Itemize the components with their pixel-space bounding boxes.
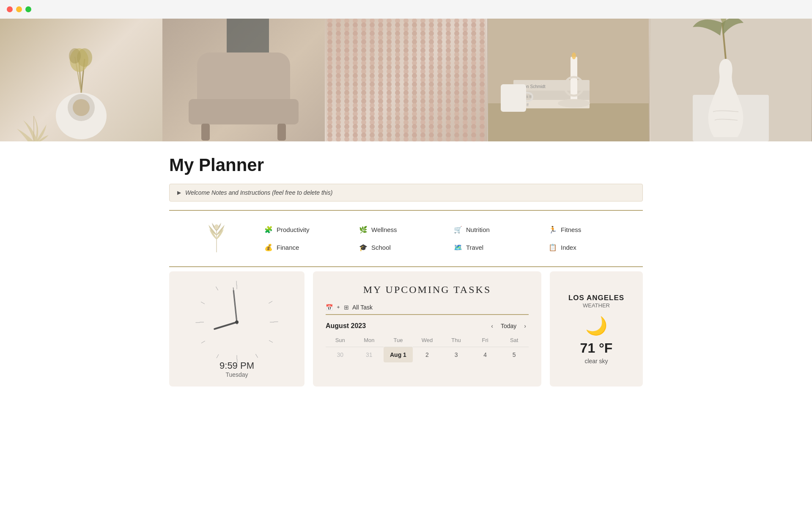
weather-temperature: 71 °F — [580, 340, 613, 356]
day-fri: Fri — [471, 335, 500, 345]
hero-panel-1 — [0, 19, 162, 141]
tasks-widget: MY UPCOMING TASKS 📅 ✦ ⊞ All Task August … — [313, 271, 541, 387]
svg-point-36 — [214, 224, 219, 229]
svg-line-42 — [274, 320, 278, 324]
calendar-today-button[interactable]: Today — [501, 323, 516, 329]
svg-line-52 — [214, 314, 237, 337]
nav-label-travel: Travel — [466, 244, 483, 251]
day-sun: Sun — [326, 335, 355, 345]
day-sat: Sat — [499, 335, 529, 345]
nav-item-school[interactable]: 🎓 School — [359, 240, 453, 255]
welcome-notes-bar[interactable]: ▶ Welcome Notes and Instructions (feel f… — [169, 184, 643, 202]
school-icon: 🎓 — [359, 243, 368, 252]
nav-item-fitness[interactable]: 🏃 Fitness — [548, 223, 643, 237]
calendar-tab-icon[interactable]: 📅 — [326, 304, 333, 311]
svg-line-45 — [235, 359, 239, 363]
cal-cell-5[interactable]: 5 — [499, 347, 529, 362]
maximize-button[interactable] — [25, 6, 31, 12]
nav-label-productivity: Productivity — [277, 226, 310, 233]
sparkle-icon: ✦ — [336, 304, 340, 310]
travel-icon: 🗺️ — [453, 243, 463, 252]
svg-line-49 — [201, 302, 205, 304]
nav-label-fitness: Fitness — [561, 226, 581, 233]
svg-line-54 — [233, 287, 237, 324]
clock-face — [195, 280, 279, 364]
svg-rect-28 — [571, 57, 577, 105]
finance-icon: 💰 — [264, 243, 273, 252]
moon-icon: 🌙 — [585, 315, 607, 336]
cal-cell-31[interactable]: 31 — [355, 347, 384, 362]
nav-label-finance: Finance — [277, 244, 299, 251]
welcome-arrow-icon: ▶ — [177, 190, 181, 196]
all-task-tab[interactable]: All Task — [352, 304, 373, 311]
grid-tab-icon[interactable]: ⊞ — [344, 304, 349, 311]
svg-line-47 — [201, 340, 205, 344]
nav-item-index[interactable]: 📋 Index — [548, 240, 643, 255]
weather-city: LOS ANGELES — [568, 294, 624, 302]
center-decoration — [169, 223, 264, 254]
svg-point-55 — [235, 320, 239, 324]
nav-label-wellness: Wellness — [371, 226, 397, 233]
svg-rect-12 — [201, 124, 210, 141]
day-thu: Thu — [442, 335, 471, 345]
svg-point-29 — [558, 99, 590, 108]
cal-cell-2[interactable]: 2 — [413, 347, 442, 362]
calendar-navigation: ‹ Today › — [488, 322, 529, 330]
svg-line-43 — [269, 340, 273, 342]
tasks-tabs: 📅 ✦ ⊞ All Task — [326, 304, 529, 315]
hero-panel-3 — [325, 19, 487, 141]
nav-item-nutrition[interactable]: 🛒 Nutrition — [453, 223, 548, 237]
nutrition-icon: 🛒 — [453, 225, 463, 235]
hero-panel-2 — [162, 19, 325, 141]
svg-line-46 — [217, 354, 219, 358]
svg-point-8 — [69, 48, 81, 64]
nav-item-productivity[interactable]: 🧩 Productivity — [264, 223, 359, 237]
svg-line-50 — [215, 287, 219, 290]
index-icon: 📋 — [548, 243, 557, 252]
nav-label-nutrition: Nutrition — [466, 226, 490, 233]
svg-rect-13 — [277, 124, 286, 141]
svg-point-31 — [572, 52, 576, 59]
page-title: My Planner — [169, 141, 643, 184]
svg-rect-11 — [189, 99, 299, 124]
welcome-text: Welcome Notes and Instructions (feel fre… — [185, 189, 332, 196]
calendar-week-1: 30 31 Aug 1 2 3 4 5 — [326, 347, 529, 362]
svg-line-48 — [195, 320, 200, 324]
cal-cell-aug1[interactable]: Aug 1 — [384, 347, 413, 362]
nav-grid: 🧩 Productivity 🌿 Wellness 🛒 Nutrition — [169, 214, 643, 263]
day-tue: Tue — [384, 335, 413, 345]
nav-label-school: School — [371, 244, 391, 251]
calendar-header: August 2023 ‹ Today › — [326, 322, 529, 330]
fitness-icon: 🏃 — [548, 225, 557, 235]
svg-rect-27 — [501, 84, 526, 112]
svg-point-2 — [73, 99, 90, 116]
hero-banner: Jason Schmidt Artists II Stoc-ff — [0, 19, 812, 141]
top-divider — [169, 210, 643, 211]
close-button[interactable] — [7, 6, 13, 12]
cal-cell-30[interactable]: 30 — [326, 347, 355, 362]
nav-item-travel[interactable]: 🗺️ Travel — [453, 240, 548, 255]
page-content: My Planner ▶ Welcome Notes and Instructi… — [131, 141, 681, 399]
svg-line-44 — [255, 354, 259, 358]
svg-rect-14 — [227, 19, 269, 52]
titlebar — [0, 0, 812, 19]
cal-cell-3[interactable]: 3 — [442, 347, 471, 362]
nav-item-finance[interactable]: 💰 Finance — [264, 240, 359, 255]
nav-item-wellness[interactable]: 🌿 Wellness — [359, 223, 453, 237]
cal-cell-4[interactable]: 4 — [471, 347, 500, 362]
calendar-prev-button[interactable]: ‹ — [488, 322, 496, 330]
clock-day: Tuesday — [225, 371, 248, 378]
tasks-section-title: MY UPCOMING TASKS — [326, 284, 529, 295]
weather-description: clear sky — [584, 358, 608, 364]
calendar-grid: Sun Mon Tue Wed Thu Fri Sat 30 31 Aug 1 … — [326, 335, 529, 362]
hero-panel-4: Jason Schmidt Artists II Stoc-ff — [487, 19, 650, 141]
wellness-icon: 🌿 — [359, 225, 368, 235]
minimize-button[interactable] — [16, 6, 22, 12]
day-wed: Wed — [413, 335, 442, 345]
calendar-month: August 2023 — [326, 322, 366, 330]
day-mon: Mon — [355, 335, 384, 345]
calendar-days-header: Sun Mon Tue Wed Thu Fri Sat — [326, 335, 529, 345]
svg-line-41 — [269, 300, 272, 304]
bottom-section: 9:59 PM Tuesday MY UPCOMING TASKS 📅 ✦ ⊞ … — [169, 271, 643, 399]
calendar-next-button[interactable]: › — [521, 322, 529, 330]
